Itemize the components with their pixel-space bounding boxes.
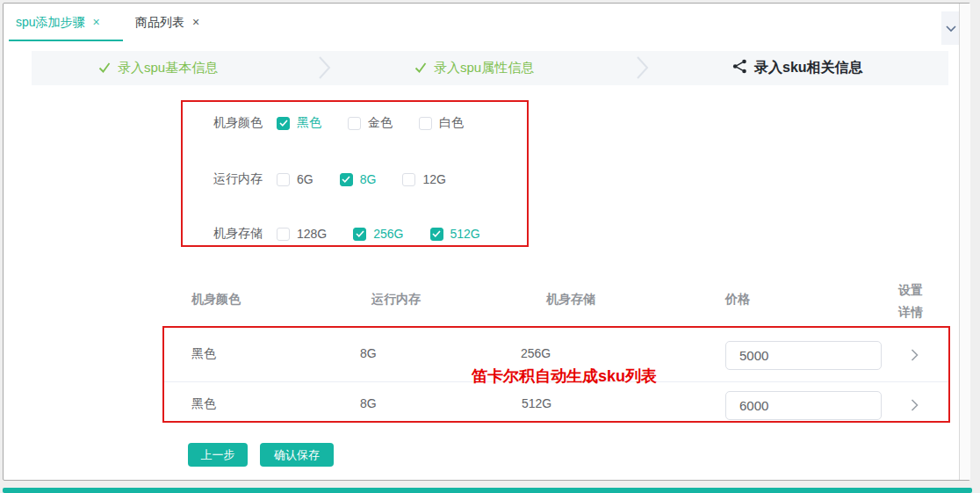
tab-spu-add-steps[interactable]: spu添加步骤× <box>16 4 100 40</box>
table-row-2-ram: 8G <box>360 396 377 410</box>
checkbox[interactable] <box>340 173 353 186</box>
attr-group-label: 机身颜色 <box>213 115 263 131</box>
attr-group-storage: 机身存储 128G 256G 512G <box>213 225 480 243</box>
checkbox[interactable] <box>277 117 290 130</box>
sku-annotation-text: 笛卡尔积自动生成sku列表 <box>472 366 657 387</box>
checkbox[interactable] <box>277 173 290 186</box>
row-1-detail-arrow-button[interactable] <box>906 348 922 364</box>
checkbox[interactable] <box>353 228 366 241</box>
app-window: spu添加步骤× 商品列表× 录入spu基本信息 录入spu属性信息 <box>3 3 970 481</box>
tab-label: 商品列表 <box>135 15 184 29</box>
price-input-row-1[interactable] <box>725 341 882 370</box>
checkbox-label: 黑色 <box>297 115 321 131</box>
step-spu-attr-info: 录入spu属性信息 <box>414 51 534 85</box>
checkbox-option-512g[interactable]: 512G <box>430 227 480 241</box>
checkbox-option-white[interactable]: 白色 <box>419 115 464 131</box>
row-2-detail-arrow-button[interactable] <box>906 398 922 414</box>
tab-label: spu添加步骤 <box>16 15 85 29</box>
check-icon <box>279 120 288 127</box>
checkbox[interactable] <box>430 228 443 241</box>
prev-step-button[interactable]: 上一步 <box>188 443 248 467</box>
bottom-accent-bar <box>3 488 972 493</box>
checkbox-option-6g[interactable]: 6G <box>277 172 313 186</box>
check-icon <box>356 230 364 237</box>
checkbox-group: 128G 256G 512G <box>277 227 480 241</box>
tab-product-list[interactable]: 商品列表× <box>135 4 199 40</box>
checkbox-option-256g[interactable]: 256G <box>353 227 403 241</box>
check-icon <box>98 61 111 76</box>
check-icon <box>432 230 441 237</box>
checkbox-label: 金色 <box>368 115 393 131</box>
table-header-storage: 机身存储 <box>546 292 595 308</box>
step-spu-basic-info: 录入spu基本信息 <box>98 51 218 85</box>
checkbox[interactable] <box>402 173 415 186</box>
close-icon[interactable]: × <box>93 15 100 29</box>
checkbox-option-gold[interactable]: 金色 <box>348 115 393 131</box>
chevron-right-icon <box>911 349 919 361</box>
checkbox-label: 8G <box>360 172 377 186</box>
sale-attr-highlight-box: 机身颜色 黑色 金色 白色 运行内存 <box>181 100 529 247</box>
table-header-ram: 运行内存 <box>371 292 421 308</box>
table-header-detail-line1: 设置 <box>898 279 923 301</box>
attr-group-label: 运行内存 <box>213 171 263 187</box>
table-row-2-storage: 512G <box>522 396 551 410</box>
attr-group-label: 机身存储 <box>213 226 263 242</box>
checkbox-group: 6G 8G 12G <box>277 172 446 186</box>
check-icon <box>342 176 350 183</box>
table-row-1-ram: 8G <box>360 346 377 360</box>
checkbox-label: 12G <box>422 172 445 186</box>
checkbox-label: 白色 <box>439 115 464 131</box>
checkbox-option-8g[interactable]: 8G <box>340 172 377 186</box>
step-label: 录入spu基本信息 <box>118 60 218 76</box>
table-row-1-color: 黑色 <box>191 346 216 362</box>
table-header-detail: 设置 详情 <box>898 279 923 323</box>
checkbox-label: 512G <box>450 227 480 241</box>
table-header-color: 机身颜色 <box>191 292 241 308</box>
active-tab-underline <box>9 40 123 41</box>
step-sku-info: 录入sku相关信息 <box>732 51 863 85</box>
attr-group-ram: 运行内存 6G 8G 12G <box>213 170 446 188</box>
chevron-right-icon <box>911 399 919 411</box>
checkbox[interactable] <box>277 228 290 241</box>
checkbox[interactable] <box>419 117 432 130</box>
step-separator-icon <box>318 55 332 83</box>
table-header-detail-line2: 详情 <box>898 301 923 323</box>
checkbox-group: 黑色 金色 白色 <box>277 115 464 131</box>
step-label: 录入spu属性信息 <box>434 60 534 76</box>
step-separator-icon <box>636 55 650 83</box>
checkbox-option-12g[interactable]: 12G <box>402 172 445 186</box>
confirm-save-button[interactable]: 确认保存 <box>260 443 334 467</box>
table-header-price: 价格 <box>725 292 750 308</box>
checkbox-option-128g[interactable]: 128G <box>277 227 327 241</box>
tabs-dropdown-button[interactable] <box>941 11 961 45</box>
step-label: 录入sku相关信息 <box>754 59 863 77</box>
checkbox-label: 128G <box>297 227 327 241</box>
table-row-1-storage: 256G <box>521 346 551 360</box>
steps-bar: 录入spu基本信息 录入spu属性信息 录入sku相关信息 <box>32 51 948 85</box>
checkbox-label: 256G <box>373 227 403 241</box>
chevron-down-icon <box>946 20 956 36</box>
price-input-row-2[interactable] <box>725 391 882 420</box>
checkbox[interactable] <box>348 117 361 130</box>
close-icon[interactable]: × <box>192 15 199 29</box>
scrollbar-gutter[interactable] <box>959 4 970 480</box>
share-icon <box>732 59 747 77</box>
check-icon <box>414 61 427 76</box>
table-row-2-color: 黑色 <box>191 396 216 412</box>
checkbox-option-black[interactable]: 黑色 <box>277 115 321 131</box>
checkbox-label: 6G <box>297 172 313 186</box>
attr-group-body-color: 机身颜色 黑色 金色 白色 <box>213 114 464 132</box>
